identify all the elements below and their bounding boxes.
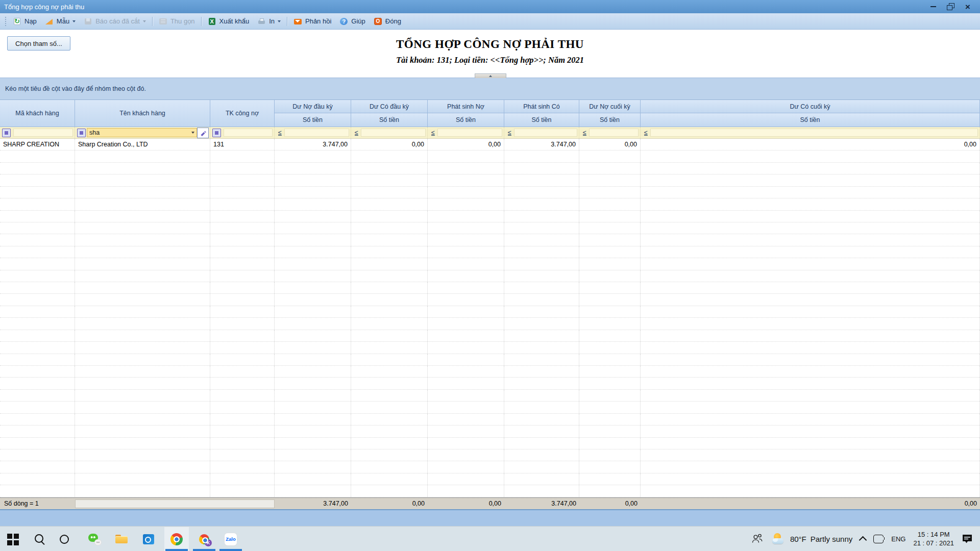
column-header-6[interactable]: Phát sinh Có <box>504 100 579 113</box>
toolbar-grip[interactable] <box>4 16 7 27</box>
toolbar-button-mau[interactable]: Mẫu <box>41 16 80 27</box>
filter-field-0[interactable] <box>13 129 73 137</box>
filter-condition-icon[interactable] <box>212 129 221 137</box>
taskbar-zalo-button[interactable]: Zalo <box>218 527 243 551</box>
filter-field-3[interactable] <box>284 129 349 137</box>
toolbar-button-nap[interactable]: Nạp <box>9 16 41 27</box>
filter-field-8[interactable] <box>650 129 978 137</box>
empty-cell <box>0 198 75 210</box>
taskbar-file-explorer-button[interactable] <box>109 527 134 551</box>
edit-filter-button[interactable] <box>197 128 209 138</box>
column-header-0[interactable]: Mã khách hàng <box>0 100 75 127</box>
taskbar-wechat-button[interactable] <box>83 527 107 551</box>
empty-row <box>0 246 980 258</box>
column-header-7[interactable]: Dư Nợ cuối kỳ <box>579 100 641 113</box>
empty-cell <box>504 330 579 341</box>
taskbar-browser-button[interactable] <box>164 527 189 551</box>
chrome-icon: K <box>199 534 210 545</box>
column-header-2[interactable]: TK công nợ <box>210 100 275 127</box>
column-header-3[interactable]: Dư Nợ đầu kỳ <box>275 100 351 113</box>
minimize-button[interactable] <box>926 1 940 12</box>
taskbar-outlook-button[interactable] <box>136 527 161 551</box>
empty-cell <box>210 342 275 353</box>
empty-row <box>0 342 980 354</box>
zalo-icon: Zalo <box>224 533 237 546</box>
empty-cell <box>0 211 75 222</box>
filter-cell-0 <box>0 127 75 138</box>
people-icon[interactable] <box>751 533 764 544</box>
empty-cell <box>579 414 641 425</box>
empty-cell <box>351 163 428 174</box>
filter-field-5[interactable] <box>437 129 502 137</box>
language-indicator[interactable]: ENG <box>891 535 905 543</box>
empty-row <box>0 306 980 318</box>
column-subheader-7[interactable]: Số tiền <box>579 113 641 127</box>
filter-field-7[interactable] <box>589 129 639 137</box>
footer-total-8: 0,00 <box>641 500 980 507</box>
empty-cell <box>504 270 579 282</box>
column-header-4[interactable]: Dư Có đầu kỳ <box>351 100 428 113</box>
restore-button[interactable] <box>943 1 958 12</box>
filter-operator-icon[interactable]: ≤ <box>644 129 648 136</box>
column-header-8[interactable]: Dư Có cuối kỳ <box>641 100 980 113</box>
action-center-icon[interactable] <box>962 534 973 544</box>
column-subheader-6[interactable]: Số tiền <box>504 113 579 127</box>
filter-operator-icon[interactable]: ≤ <box>583 129 586 136</box>
close-button[interactable]: × <box>961 1 975 12</box>
taskbar-cortana-button[interactable] <box>52 527 77 551</box>
taskbar-start-button[interactable] <box>1 527 26 551</box>
cell-0-7: 0,00 <box>579 139 641 150</box>
empty-cell <box>75 306 210 317</box>
empty-cell <box>351 354 428 365</box>
column-subheader-5[interactable]: Số tiền <box>428 113 504 127</box>
empty-cell <box>428 378 504 389</box>
filter-operator-icon[interactable]: ≤ <box>278 129 282 136</box>
column-subheader-4[interactable]: Số tiền <box>351 113 428 127</box>
footer-total-7: 0,00 <box>579 500 641 507</box>
taskbar-browser-k-button[interactable]: K <box>192 527 216 551</box>
empty-cell <box>210 378 275 389</box>
filter-field-6[interactable] <box>514 129 577 137</box>
empty-cell <box>275 330 351 341</box>
column-header-1[interactable]: Tên khách hàng <box>75 100 210 127</box>
column-subheader-3[interactable]: Số tiền <box>275 113 351 127</box>
cortana-icon <box>58 533 71 546</box>
tray-overflow-chevron-icon[interactable] <box>859 536 867 544</box>
weather-widget[interactable]: 80°F Partly sunny <box>772 533 852 545</box>
cell-0-5: 0,00 <box>428 139 504 150</box>
collapse-splitter-handle[interactable] <box>475 73 506 78</box>
toolbar-button-phan-hoi[interactable]: Phản hồi <box>289 16 335 27</box>
empty-cell <box>504 246 579 258</box>
group-by-panel[interactable]: Kéo một tiêu đề cột vào đây để nhóm theo… <box>0 78 980 100</box>
clock[interactable]: 15 : 14 PM 21 : 07 : 2021 <box>913 530 954 547</box>
filter-condition-icon[interactable] <box>2 129 11 137</box>
column-subheader-8[interactable]: Số tiền <box>641 113 980 127</box>
toolbar-button-xuat-khau[interactable]: Xuất khẩu <box>204 16 254 27</box>
touch-keyboard-icon[interactable] <box>873 535 884 543</box>
filter-field-4[interactable] <box>361 129 426 137</box>
empty-cell <box>210 414 275 425</box>
filter-field-2[interactable] <box>224 129 273 137</box>
empty-cell <box>504 425 579 437</box>
empty-cell <box>0 342 75 353</box>
taskbar-search-button[interactable] <box>28 527 52 551</box>
empty-cell <box>504 402 579 413</box>
name-filter-input[interactable] <box>89 129 191 136</box>
filter-operator-icon[interactable]: ≤ <box>355 129 358 136</box>
filter-condition-icon[interactable] <box>77 129 86 137</box>
toolbar-button-dong[interactable]: Đóng <box>370 16 405 27</box>
empty-cell <box>579 258 641 269</box>
filter-operator-icon[interactable]: ≤ <box>431 129 435 136</box>
toolbar-button-giup[interactable]: Giúp <box>335 16 369 27</box>
filter-cell-3: ≤ <box>275 127 351 138</box>
empty-cell <box>579 246 641 258</box>
table-row-1[interactable]: SHARP CREATIONSharp Creation Co., LTD131… <box>0 139 980 151</box>
toolbar-button-in[interactable]: In <box>253 16 285 27</box>
column-header-5[interactable]: Phát sinh Nợ <box>428 100 504 113</box>
filter-dropdown-icon[interactable] <box>191 132 194 135</box>
filter-operator-icon[interactable]: ≤ <box>508 129 511 136</box>
empty-cell <box>579 282 641 293</box>
grid-column-7: Dư Nợ cuối kỳSố tiền <box>579 100 641 127</box>
empty-cell <box>504 258 579 269</box>
running-indicator <box>193 549 215 551</box>
